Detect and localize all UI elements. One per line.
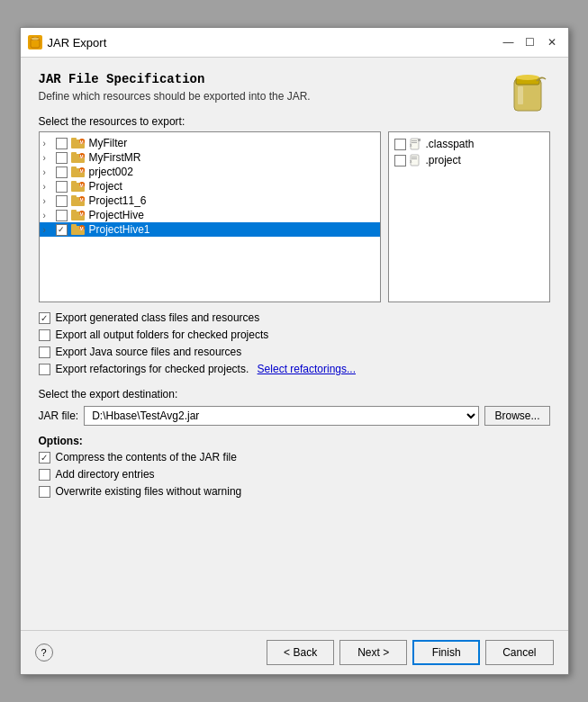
right-checkbox-project[interactable] [394,155,406,166]
expand-icon: › [43,153,54,163]
jar-image [505,68,550,121]
jar-file-label: JAR file: [39,410,79,422]
item-label: Project [89,180,122,193]
export-output-folders-checkbox[interactable] [39,329,50,341]
dialog-body: JAR File Specification Define which reso… [21,58,568,630]
expand-icon: › [43,182,54,192]
folder-icon: M [71,151,86,164]
destination-label: Select the export destination: [39,388,550,400]
item-label: Project11_6 [89,194,147,207]
select-refactorings-link[interactable]: Select refactorings... [258,363,356,375]
project-tree[interactable]: › M MyFilter [39,131,381,302]
directory-label: Add directory entries [56,468,155,481]
file-tree[interactable]: x .classpath x [388,131,550,302]
minimize-button[interactable]: — [500,33,518,51]
svg-text:M: M [79,212,83,217]
export-output-folders-label: Export all output folders for checked pr… [56,328,269,341]
svg-text:M: M [79,168,83,174]
close-button[interactable]: ✕ [543,33,561,51]
folder-icon: M [71,223,86,236]
svg-point-2 [32,38,39,40]
tree-checkbox-projecthive[interactable] [56,210,68,221]
tree-item-prject002[interactable]: › M prject002 [40,165,380,179]
item-label: ProjectHive [89,209,144,221]
dialog-title: JAR Export [48,36,107,50]
export-option-3[interactable]: Export Java source files and resources [39,346,550,358]
expand-icon: › [43,211,54,220]
export-refactorings-checkbox[interactable] [39,364,50,375]
export-source-files-checkbox[interactable] [39,346,50,358]
tree-checkbox-project[interactable] [56,181,68,193]
svg-rect-33 [71,224,77,228]
export-option-4[interactable]: Export refactorings for checked projects… [39,363,550,375]
options-label: Options: [39,435,550,447]
export-source-files-label: Export Java source files and resources [56,346,242,358]
svg-rect-37 [412,140,417,141]
help-icon: ? [41,647,46,658]
svg-rect-43 [412,158,417,159]
destination-row: JAR file: D:\Hbase\TestAvg2.jar Browse..… [39,406,550,426]
expand-icon: › [43,167,54,177]
options-checkboxes: Compress the contents of the JAR file Ad… [39,451,550,498]
classpath-label: .classpath [426,138,475,150]
svg-rect-17 [71,166,77,170]
tree-checkbox-myfirstmr[interactable] [56,152,68,164]
window-controls: — ☐ ✕ [500,33,561,51]
svg-rect-42 [412,157,417,158]
export-option-1[interactable]: Export generated class files and resourc… [39,311,550,324]
right-item-project[interactable]: x .project [389,152,549,168]
tree-item-project116[interactable]: › M Project11_6 [40,194,380,208]
overwrite-option[interactable]: Overwrite existing files without warning [39,485,550,498]
compress-option[interactable]: Compress the contents of the JAR file [39,451,550,464]
svg-rect-25 [71,195,77,199]
svg-point-5 [516,75,539,80]
svg-rect-39 [418,139,421,141]
overwrite-checkbox[interactable] [39,486,50,498]
resources-section: Select the resources to export: › [39,115,550,302]
right-checkbox-classpath[interactable] [394,139,406,150]
tree-item-projecthive[interactable]: › M ProjectHive [40,208,380,222]
export-option-2[interactable]: Export all output folders for checked pr… [39,328,550,341]
tree-checkbox-prject002[interactable] [56,166,68,178]
tree-checkbox-project116[interactable] [56,195,68,207]
export-class-files-label: Export generated class files and resourc… [56,311,260,324]
jar-file-input[interactable]: D:\Hbase\TestAvg2.jar [84,406,479,426]
title-bar: JAR Export — ☐ ✕ [21,28,568,58]
svg-text:M: M [79,197,83,202]
folder-icon: M [71,137,86,149]
compress-checkbox[interactable] [39,452,50,464]
directory-option[interactable]: Add directory entries [39,468,550,481]
help-button[interactable]: ? [35,644,53,662]
export-class-files-checkbox[interactable] [39,312,50,324]
svg-rect-9 [71,138,77,141]
next-button[interactable]: Next > [339,640,407,665]
item-label: MyFilter [89,137,128,149]
export-options-section: Export generated class files and resourc… [39,311,550,375]
tree-item-myfilter[interactable]: › M MyFilter [40,136,380,150]
title-bar-left: JAR Export [28,35,107,50]
back-button[interactable]: < Back [267,640,334,665]
svg-rect-21 [71,181,77,184]
maximize-button[interactable]: ☐ [521,33,539,51]
compress-label: Compress the contents of the JAR file [56,451,237,464]
right-item-classpath[interactable]: x .classpath [389,136,549,152]
cancel-button[interactable]: Cancel [485,640,553,665]
tree-checkbox-projecthive1[interactable] [56,224,68,236]
svg-text:M: M [79,183,83,188]
svg-rect-13 [71,152,77,156]
svg-rect-38 [412,142,417,143]
tree-item-project[interactable]: › M Project [40,179,380,194]
directory-checkbox[interactable] [39,469,50,481]
resources-panel: › M MyFilter [39,131,550,302]
options-section: Options: Compress the contents of the JA… [39,435,550,498]
svg-rect-6 [518,86,523,104]
item-label: prject002 [89,166,133,178]
expand-icon: › [43,225,54,235]
tree-item-projecthive1[interactable]: › M ProjectHive1 [40,222,380,237]
tree-checkbox-myfilter[interactable] [56,138,68,149]
tree-item-myfirstmr[interactable]: › M MyFirstMR [40,150,380,165]
browse-button[interactable]: Browse... [484,406,549,426]
header-area: JAR File Specification Define which reso… [39,72,550,106]
finish-button[interactable]: Finish [412,640,480,665]
svg-text:M: M [79,140,83,145]
